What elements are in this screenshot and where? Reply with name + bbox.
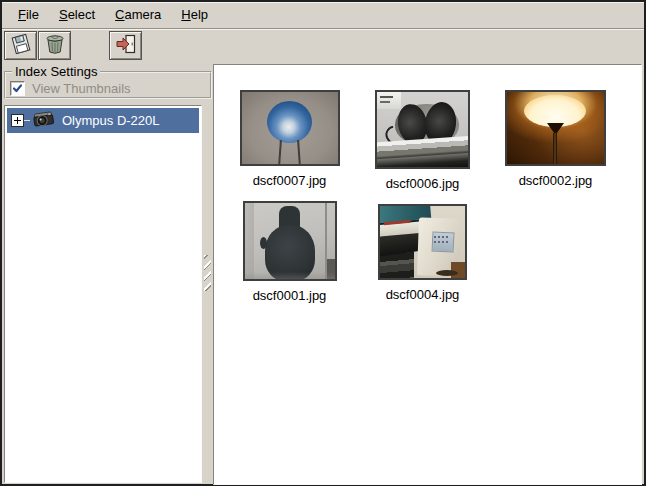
menu-help[interactable]: Help: [171, 2, 218, 28]
toolbar: [2, 29, 644, 64]
exit-button[interactable]: [109, 31, 142, 60]
pane-splitter[interactable]: [202, 64, 213, 485]
main-area: Index Settings View Thumbnails: [2, 64, 644, 486]
thumbnail-cell: dscf0007.jpg: [223, 90, 356, 188]
tree-expander-icon[interactable]: [11, 114, 24, 127]
thumbnail-dscf0002[interactable]: [505, 90, 606, 166]
view-thumbnails-row: View Thumbnails: [10, 81, 206, 96]
thumbnail-cell: dscf0006.jpg: [356, 90, 489, 191]
floor-lamp-photo: [524, 95, 586, 127]
tree-item-olympus[interactable]: Olympus D-220L: [7, 108, 199, 133]
thumbnail-dscf0001[interactable]: [243, 201, 337, 281]
save-button[interactable]: [4, 31, 37, 60]
thumbnail-filename: dscf0004.jpg: [386, 287, 460, 302]
gtkam-window: File Select Camera Help: [0, 0, 646, 486]
menubar: File Select Camera Help: [2, 2, 644, 29]
menu-file[interactable]: File: [8, 2, 49, 28]
trash-icon: [43, 32, 67, 59]
thumbnail-filename: dscf0002.jpg: [519, 173, 593, 188]
exit-door-icon: [114, 32, 138, 59]
thumbnail-filename: dscf0006.jpg: [386, 176, 460, 191]
camera-tree: Olympus D-220L: [4, 105, 202, 483]
checkmark-icon: [12, 83, 23, 94]
floppy-disk-icon: [9, 32, 33, 59]
index-settings-frame: Index Settings View Thumbnails: [4, 64, 212, 99]
thumbnail-cell: dscf0002.jpg: [489, 90, 622, 188]
thumbnail-cell: dscf0001.jpg: [223, 201, 356, 303]
guitar-case-photo: [245, 203, 254, 279]
thumbnail-dscf0007[interactable]: [240, 90, 340, 166]
thumbnail-panel: dscf0007.jpg dscf0006.jpg: [213, 64, 642, 485]
thumbnail-filename: dscf0001.jpg: [253, 288, 327, 303]
thumbnail-filename: dscf0007.jpg: [253, 173, 327, 188]
view-thumbnails-checkbox[interactable]: [10, 81, 25, 96]
thumbnail-cell: dscf0004.jpg: [356, 204, 489, 302]
view-thumbnails-label: View Thumbnails: [32, 81, 131, 96]
splitter-grip-icon: [204, 255, 211, 291]
delete-button[interactable]: [38, 31, 71, 60]
menu-camera[interactable]: Camera: [105, 2, 171, 28]
thumbnail-dscf0006[interactable]: [375, 90, 470, 169]
frame-title: Index Settings: [12, 64, 100, 79]
tree-twig: [24, 120, 30, 121]
sidebar: Index Settings View Thumbnails: [4, 64, 202, 485]
tree-item-label: Olympus D-220L: [62, 113, 160, 128]
menu-select[interactable]: Select: [49, 2, 105, 28]
blue-component-photo: [267, 101, 312, 143]
camera-icon: [32, 110, 55, 132]
thumbnail-dscf0004[interactable]: [378, 204, 467, 280]
